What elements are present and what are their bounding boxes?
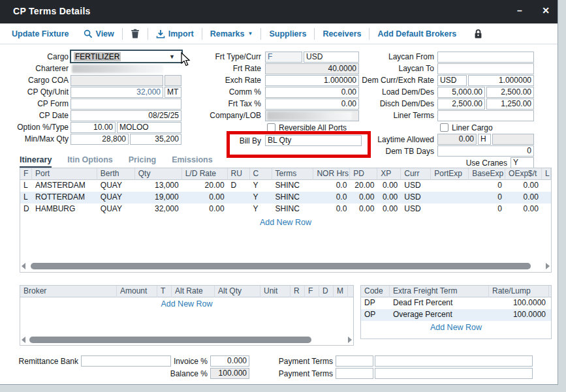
add-default-brokers-button[interactable]: Add Default Brokers	[377, 29, 456, 38]
lock-icon[interactable]	[473, 29, 483, 39]
extra-freight-row[interactable]: OPOverage Percent100.0000	[361, 309, 551, 321]
exch-rate-field[interactable]: 1.000000	[265, 75, 359, 86]
col-clipped: L	[542, 168, 551, 180]
load-dem-field[interactable]: 5,000.00	[437, 87, 485, 98]
cp-terms-details-window: CP Terms Details – ✕ Update Fixture View…	[0, 0, 558, 385]
cargo-coa-sub-field[interactable]	[165, 75, 181, 86]
broker-hscrollbar[interactable]	[22, 335, 352, 344]
remittance-bank-label: Remittance Bank	[13, 356, 78, 367]
dem-exch-rate-field[interactable]: 1.000000	[468, 75, 534, 86]
tab-bar: Itinerary Itin Options Pricing Emissions	[20, 155, 213, 168]
receivers-button[interactable]: Receivers	[322, 29, 361, 38]
tab-pricing[interactable]: Pricing	[129, 155, 156, 168]
dem-curr-exch-label: Dem Curr/Exch Rate	[353, 75, 434, 86]
load-des-field[interactable]: 2,500.00	[486, 87, 534, 98]
charterer-field-redacted[interactable]	[72, 65, 163, 73]
cargo-label: Cargo	[5, 52, 69, 63]
liner-cargo-label: Liner Cargo	[452, 123, 493, 133]
broker-header-row: Broker Amount T Alt Rate Alt Qty Unit R …	[20, 286, 353, 297]
cp-date-field[interactable]: 08/25/25	[71, 110, 181, 121]
itinerary-row[interactable]: LAMSTERDAMQUAY13,00020.00DYSHINC0.020.00…	[20, 180, 551, 192]
frt-curr-field[interactable]: USD	[304, 52, 359, 63]
col-port: Port	[32, 168, 97, 180]
scroll-right-arrow-icon[interactable]	[546, 263, 550, 269]
tab-itin-options[interactable]: Itin Options	[67, 155, 112, 168]
cp-form-field[interactable]	[71, 98, 181, 110]
cp-qty-field[interactable]: 32,000	[71, 87, 163, 98]
chevron-down-icon: ▼	[248, 31, 253, 37]
reversible-all-ports-checkbox[interactable]	[267, 123, 275, 132]
frt-tax-field[interactable]: 0.00	[265, 98, 359, 110]
view-button[interactable]: View	[84, 29, 114, 38]
minmax-qty-label: Min/Max Qty	[5, 134, 69, 145]
laycan-from-field[interactable]	[437, 52, 534, 63]
col-curr: Curr	[401, 168, 431, 180]
delete-button[interactable]	[131, 29, 140, 38]
itinerary-add-new-row-link[interactable]: Add New Row	[20, 218, 551, 227]
tab-emissions[interactable]: Emissions	[172, 155, 213, 168]
itinerary-row[interactable]: LROTTERDAMQUAY19,0000.00YSHINC0.00.000.0…	[20, 192, 551, 204]
col-portexp: PortExp	[431, 168, 469, 180]
import-button[interactable]: Import	[156, 29, 194, 38]
company-lob-label: Company/LOB	[193, 110, 261, 121]
itinerary-row[interactable]: DHAMBURGQUAY32,0000.00YSHINC0.00.000.00U…	[20, 204, 551, 215]
invoice-pct-field[interactable]: 0.000	[210, 355, 249, 367]
cp-qty-unit-field[interactable]: MT	[165, 87, 181, 98]
scroll-left-arrow-icon[interactable]	[22, 263, 25, 269]
comm-pct-field[interactable]: 0.00	[265, 87, 359, 98]
max-qty-field[interactable]: 35,200	[130, 134, 181, 145]
company-lob-field-redacted[interactable]	[265, 110, 359, 121]
min-qty-field[interactable]: 28,800	[71, 134, 129, 145]
disch-dem-field[interactable]: 2,500.00	[437, 98, 485, 110]
suppliers-button[interactable]: Suppliers	[269, 29, 306, 38]
itinerary-hscrollbar-thumb[interactable]	[31, 263, 531, 269]
use-cranes-field[interactable]: Y	[511, 157, 534, 168]
col-terms: Terms	[272, 168, 314, 180]
scroll-left-arrow-icon[interactable]	[22, 337, 25, 343]
cp-date-label: CP Date	[5, 110, 69, 121]
frt-type-field[interactable]: F	[265, 52, 302, 63]
update-fixture-button[interactable]: Update Fixture	[12, 29, 69, 38]
bill-by-field[interactable]: BL Qty	[265, 135, 362, 146]
liner-cargo-checkbox[interactable]	[440, 123, 448, 132]
payment-terms-code-field-2[interactable]	[336, 368, 373, 379]
payment-terms-desc-field-1[interactable]	[375, 355, 533, 367]
bill-by-label: Bill By	[222, 136, 261, 147]
col-extra-freight-term: Extra Freight Term	[390, 286, 489, 297]
liner-terms-field[interactable]	[437, 110, 534, 121]
col-pd: PD	[350, 168, 377, 180]
chevron-down-icon[interactable]: ▼	[169, 53, 179, 60]
extra-freight-add-new-row-link[interactable]: Add New Row	[361, 323, 551, 332]
cargo-coa-field[interactable]	[71, 75, 163, 86]
payment-terms-code-field-1[interactable]	[336, 355, 373, 367]
laytime-unit-field[interactable]: H	[478, 134, 491, 145]
remarks-button[interactable]: Remarks▼	[210, 29, 253, 38]
balance-pct-field[interactable]: 100.000	[210, 368, 249, 379]
option-type-field[interactable]: MOLOO	[117, 122, 181, 133]
disch-des-field[interactable]: 1,250.00	[486, 98, 534, 110]
scroll-right-arrow-icon[interactable]	[348, 337, 352, 343]
title-bar: CP Terms Details – ✕	[0, 0, 558, 23]
laytime-allowed-field[interactable]: 0.00	[437, 134, 477, 145]
dem-curr-field[interactable]: USD	[437, 75, 467, 86]
payment-terms-desc-field-2[interactable]	[375, 368, 533, 379]
frt-tax-label: Frt Tax %	[193, 98, 261, 110]
itinerary-hscrollbar[interactable]	[22, 262, 550, 271]
broker-hscrollbar-thumb[interactable]	[29, 337, 311, 343]
laycan-to-field[interactable]	[437, 63, 534, 74]
dem-tb-days-field[interactable]: 0	[437, 145, 534, 157]
invoice-pct-label: Invoice %	[157, 356, 208, 367]
frt-rate-label: Frt Rate	[193, 63, 261, 74]
close-button[interactable]: ✕	[539, 5, 553, 16]
cargo-dropdown[interactable]: FERTILIZER ▼	[70, 50, 183, 63]
option-pct-field[interactable]: 10.00	[71, 122, 116, 133]
frt-rate-field[interactable]: 40.0000	[265, 63, 359, 74]
extra-freight-row[interactable]: DPDead Frt Percent100.0000	[361, 297, 551, 309]
itinerary-header-row: F Port Berth Qty L/D Rate RU C Terms NOR…	[20, 168, 551, 180]
cp-form-label: CP Form	[5, 98, 69, 110]
tab-itinerary[interactable]: Itinerary	[20, 155, 52, 168]
payment-terms-label-1: Payment Terms	[274, 356, 333, 367]
broker-add-new-row-link[interactable]: Add New Row	[20, 299, 353, 309]
laytime-extra-field[interactable]	[492, 134, 534, 145]
minimize-button[interactable]: –	[512, 5, 527, 16]
